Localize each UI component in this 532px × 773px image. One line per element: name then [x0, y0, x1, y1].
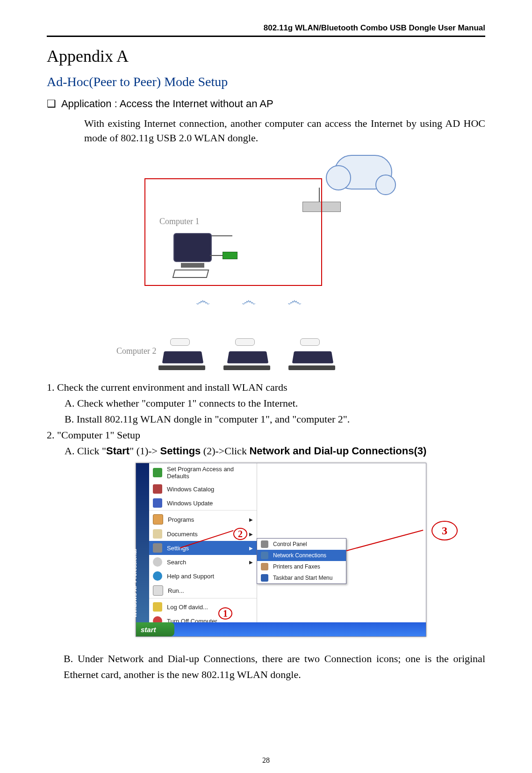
menu-item-windows-update[interactable]: Windows Update — [149, 496, 257, 510]
item-label: Windows Catalog — [167, 486, 214, 493]
arrow-icon: ▶ — [249, 560, 253, 565]
item-label: Help and Support — [167, 573, 214, 580]
start-menu-screenshot: Windows XP Professional Set Program Acce… — [136, 463, 426, 637]
square-bullet-icon: ❑ — [47, 98, 56, 109]
arrow-icon: ▶ — [249, 517, 253, 522]
submenu-control-panel[interactable]: Control Panel — [257, 539, 346, 550]
bullet-application: ❑ Application : Access the Internet with… — [47, 98, 485, 110]
page-number: 28 — [0, 756, 532, 765]
network-diagram: Computer 1 ෴ ෴ ෴ Computer 2 — [140, 155, 392, 370]
search-icon — [153, 557, 162, 567]
callout-line-3 — [346, 530, 424, 551]
item-label: Network Connections — [273, 552, 326, 559]
laptop-icon — [293, 348, 332, 370]
menu-item-set-program-access[interactable]: Set Program Access and Defaults — [149, 463, 257, 482]
item-label: Taskbar and Start Menu — [273, 575, 332, 581]
start-bold: Start — [106, 445, 129, 457]
cloud-icon — [334, 155, 392, 190]
menu-item-help[interactable]: Help and Support — [149, 569, 257, 583]
item-label: Search — [167, 559, 186, 566]
menu-item-run[interactable]: Run... — [149, 583, 257, 598]
windows-xp-label: Windows XP Professional — [131, 549, 138, 618]
item-label: Set Program Access and Defaults — [167, 466, 253, 480]
document-header: 802.11g WLAN/Bluetooth Combo USB Dongle … — [47, 23, 485, 36]
wireless-waves-icon: ෴ ෴ ෴ — [196, 292, 316, 309]
step-1b: B. Install 802.11g WLAN dongle in "compu… — [65, 411, 485, 427]
diagram-line — [210, 255, 223, 256]
documents-icon — [153, 529, 162, 539]
menu-item-windows-catalog[interactable]: Windows Catalog — [149, 482, 257, 496]
item-label: Log Off david... — [167, 604, 208, 611]
help-icon — [153, 571, 162, 581]
submenu-network-connections[interactable]: Network Connections — [257, 550, 346, 561]
logoff-icon — [153, 602, 162, 612]
step2a-mid2: (2)->Click — [201, 445, 249, 457]
laptop-icon — [163, 348, 202, 370]
item-label: Control Panel — [273, 541, 307, 547]
arrow-icon: ▶ — [249, 532, 253, 537]
catalog-icon — [153, 484, 162, 494]
settings-bold: Settings — [160, 445, 201, 457]
item-label: Run... — [168, 587, 184, 594]
item-label: Printers and Faxes — [273, 563, 320, 570]
menu-item-settings[interactable]: Settings▶ — [149, 541, 257, 555]
control-panel-icon — [261, 540, 268, 548]
item-label: Documents — [167, 531, 198, 538]
step-2b: B. Under Network and Dial-up Connections… — [64, 651, 485, 683]
programs-icon — [153, 514, 163, 525]
submenu-printers[interactable]: Printers and Faxes — [257, 561, 346, 572]
program-access-icon — [153, 468, 162, 477]
computer1-label: Computer 1 — [159, 217, 200, 226]
run-icon — [153, 585, 163, 596]
network-icon — [261, 552, 268, 559]
desktop-pc-icon — [173, 233, 212, 278]
menu-item-search[interactable]: Search▶ — [149, 555, 257, 569]
update-icon — [153, 498, 162, 508]
step2a-pre: A. Click " — [65, 445, 106, 457]
menu-item-logoff[interactable]: Log Off david... — [149, 598, 257, 614]
laptop-row — [163, 348, 332, 370]
bullet-text: Application : Access the Internet withou… — [61, 98, 273, 109]
computer2-label: Computer 2 — [116, 346, 157, 356]
start-menu-items: Set Program Access and Defaults Windows … — [149, 463, 257, 622]
step-1: 1. Check the current environment and ins… — [47, 379, 485, 395]
menu-item-programs[interactable]: Programs▶ — [149, 510, 257, 527]
section-subtitle: Ad-Hoc(Peer to Peer) Mode Setup — [47, 74, 485, 89]
step-1a: A. Check whether "computer 1" connects t… — [65, 395, 485, 411]
printer-icon — [261, 563, 268, 570]
settings-icon — [153, 543, 162, 553]
header-rule — [47, 36, 485, 37]
step-2: 2. "Computer 1" Setup — [47, 427, 485, 443]
appendix-title: Appendix A — [47, 46, 485, 66]
settings-submenu: Control Panel Network Connections Printe… — [257, 538, 346, 584]
callout-2: 2 — [233, 528, 247, 540]
step2a-mid1: " (1)-> — [129, 445, 160, 457]
taskbar-icon — [261, 574, 268, 582]
taskbar — [136, 622, 426, 636]
item-label: Programs — [168, 516, 194, 523]
submenu-taskbar[interactable]: Taskbar and Start Menu — [257, 572, 346, 583]
arrow-icon: ▶ — [249, 546, 253, 551]
instruction-list: 1. Check the current environment and ins… — [47, 379, 485, 459]
start-menu-strip: Windows XP Professional — [136, 463, 149, 622]
step-2a: A. Click "Start" (1)-> Settings (2)->Cli… — [65, 443, 485, 459]
callout-3: 3 — [431, 521, 458, 540]
item-label: Windows Update — [167, 500, 213, 507]
intro-paragraph: With existing Internet connection, anoth… — [84, 117, 485, 146]
usb-dongle-icon — [223, 252, 237, 259]
network-bold: Network and Dial-up Connections(3) — [249, 445, 426, 457]
callout-1: 1 — [218, 607, 232, 620]
laptop-icon — [228, 348, 267, 370]
start-button[interactable]: start — [136, 622, 174, 636]
diagram-highlight-box: Computer 1 — [144, 178, 322, 286]
